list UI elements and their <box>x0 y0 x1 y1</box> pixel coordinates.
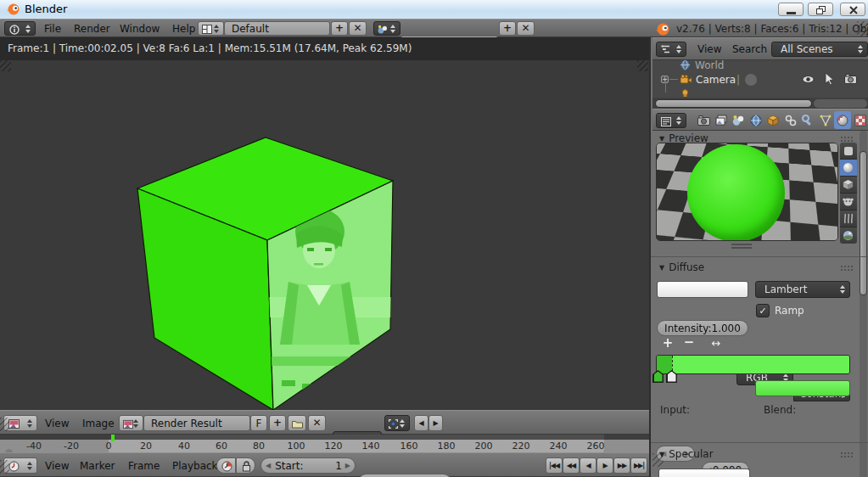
tab-constraints[interactable] <box>782 111 799 129</box>
panel-drag-dots[interactable] <box>840 265 853 271</box>
ramp-add-stop-button[interactable]: + <box>660 336 675 351</box>
tab-material-selected[interactable] <box>834 111 851 129</box>
previous-slot-button[interactable]: ◀ <box>414 415 428 431</box>
outliner-display-select[interactable]: All Scenes <box>771 42 868 57</box>
menu-render[interactable]: Render <box>74 23 110 35</box>
tab-modifiers[interactable] <box>799 111 816 129</box>
preview-sphere-button-selected[interactable] <box>840 160 857 177</box>
image-datablock-icon-button[interactable] <box>119 415 143 431</box>
ramp-checkbox[interactable]: ✓ <box>756 304 770 317</box>
visibility-eye-icon[interactable] <box>802 75 815 84</box>
jump-to-start-button[interactable]: |◀◀ <box>546 457 563 474</box>
panel-drag-dots[interactable] <box>840 136 853 142</box>
menu-view[interactable]: View <box>45 418 69 429</box>
play-button[interactable]: ▶ <box>596 457 613 474</box>
editor-corner-widget[interactable] <box>0 460 9 474</box>
tab-object-data[interactable] <box>817 111 834 129</box>
unlink-image-button[interactable]: ✕ <box>308 415 326 431</box>
preview-monkey-button[interactable] <box>840 194 857 210</box>
properties-vscrollbar-thumb[interactable] <box>860 151 867 295</box>
corner-resize-grip[interactable] <box>857 21 868 36</box>
properties-vscrollbar-track[interactable] <box>860 131 867 477</box>
editor-corner-widget[interactable] <box>0 418 9 431</box>
color-ramp-bar[interactable] <box>656 355 850 374</box>
panel-drag-dots[interactable] <box>840 452 853 457</box>
tab-render-layers[interactable] <box>713 111 730 129</box>
open-image-button[interactable] <box>288 415 306 431</box>
preview-cube-button[interactable] <box>840 177 857 194</box>
image-name-field[interactable]: Render Result <box>143 415 250 431</box>
renderable-camera-icon[interactable] <box>844 74 857 84</box>
timeline-ruler[interactable]: -40 -20 0 20 40 60 80 100 120 140 160 18… <box>0 435 649 452</box>
restore-button[interactable] <box>808 3 833 16</box>
image-editor-canvas[interactable]: Frame:1 | Time:00:02.05 | Ve:8 Fa:6 La:1… <box>0 37 649 410</box>
editor-type-button-info[interactable] <box>4 21 36 36</box>
specular-color-swatch[interactable] <box>658 469 750 477</box>
editor-corner-widget[interactable] <box>637 60 648 71</box>
outliner-hscrollbar-thumb[interactable] <box>655 99 812 108</box>
screen-layout-name-field[interactable]: Default <box>224 21 330 36</box>
delete-scene-button[interactable]: ✕ <box>517 21 535 36</box>
menu-search[interactable]: Search <box>732 43 767 55</box>
jump-to-end-button[interactable]: ▶▶| <box>630 457 647 474</box>
outliner-hscrollbar-track[interactable] <box>652 98 868 109</box>
panel-resize-grip[interactable] <box>731 244 752 245</box>
menu-image[interactable]: Image <box>82 418 115 429</box>
outliner-item-partial[interactable] <box>652 87 868 98</box>
menu-help[interactable]: Help <box>172 23 195 35</box>
tab-render[interactable] <box>695 111 712 129</box>
next-slot-button[interactable]: ▶ <box>428 415 443 431</box>
add-scene-button[interactable]: + <box>499 21 516 36</box>
ramp-flip-button[interactable]: ↔ <box>707 336 725 351</box>
menu-file[interactable]: File <box>44 23 61 35</box>
render-region-button[interactable] <box>384 415 410 431</box>
outliner-item-camera[interactable]: + Camera | <box>652 72 868 87</box>
ramp-delete-stop-button[interactable]: − <box>681 336 697 351</box>
tab-object[interactable] <box>764 111 781 129</box>
diffuse-color-swatch[interactable] <box>657 281 748 298</box>
diffuse-intensity-slider[interactable]: Intensity:1.000 <box>657 320 748 336</box>
cube-icon <box>843 179 854 190</box>
tab-scene[interactable] <box>730 111 747 129</box>
menu-view[interactable]: View <box>697 43 721 55</box>
increment-arrow-icon[interactable]: ▶ <box>345 462 355 469</box>
diffuse-shader-select[interactable]: Lambert <box>755 281 850 298</box>
preview-hair-button[interactable] <box>840 210 857 227</box>
menu-marker[interactable]: Marker <box>80 460 115 472</box>
editor-type-button-properties[interactable] <box>656 113 686 128</box>
start-frame-field[interactable]: ◀ Start: 1 ▶ <box>260 457 356 474</box>
editor-corner-widget[interactable] <box>0 60 11 71</box>
editor-type-button-outliner[interactable] <box>656 42 686 57</box>
delete-layout-button[interactable]: ✕ <box>349 21 367 36</box>
editor-corner-widget[interactable] <box>652 453 664 467</box>
preview-world-button[interactable] <box>840 227 857 244</box>
auto-keyframe-button[interactable] <box>216 457 236 474</box>
previous-keyframe-button[interactable]: ◀◀ <box>563 457 580 474</box>
fake-user-button[interactable]: F <box>250 415 267 431</box>
tab-world[interactable] <box>748 111 764 129</box>
screen-layout-icon-button[interactable] <box>198 21 224 36</box>
tab-texture[interactable] <box>852 111 868 129</box>
keying-lock-button[interactable] <box>236 457 255 474</box>
minimize-button[interactable] <box>778 3 804 16</box>
ramp-stop-color-swatch[interactable] <box>755 380 850 396</box>
scene-icon-button[interactable] <box>373 21 400 36</box>
play-reverse-button[interactable]: ◀ <box>580 457 596 474</box>
outliner-item-world[interactable]: World <box>652 60 868 71</box>
add-layout-button[interactable]: + <box>331 21 348 36</box>
menu-view[interactable]: View <box>45 460 69 472</box>
outliner-tree[interactable]: World + Camera | <box>652 60 868 109</box>
menu-playback[interactable]: Playback <box>172 460 218 472</box>
selectable-cursor-icon[interactable] <box>825 73 834 85</box>
menu-window[interactable]: Window <box>120 23 160 35</box>
close-button[interactable] <box>840 3 865 16</box>
panel-header-specular[interactable]: ▼ Specular <box>659 448 714 460</box>
next-keyframe-button[interactable]: ▶▶ <box>613 457 630 474</box>
decrement-arrow-icon[interactable]: ◀ <box>261 462 271 469</box>
preview-flat-button[interactable] <box>840 143 857 160</box>
menu-frame[interactable]: Frame <box>128 460 160 472</box>
render-region-icon <box>389 419 398 429</box>
new-image-button[interactable]: + <box>269 415 286 431</box>
panel-header-diffuse[interactable]: ▼ Diffuse <box>659 261 704 273</box>
end-frame-field[interactable]: ◀ End: 250 ▶ <box>358 474 451 477</box>
